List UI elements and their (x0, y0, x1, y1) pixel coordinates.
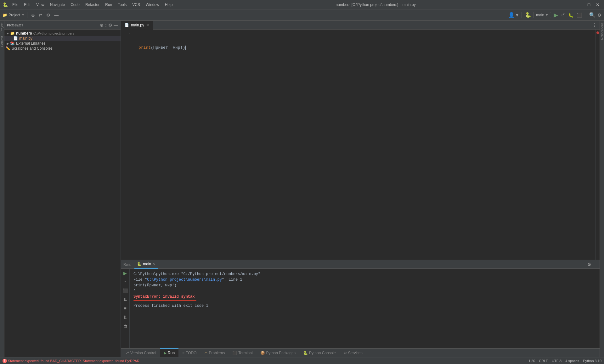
search-button[interactable]: 🔍 (589, 12, 596, 18)
tab-close-button[interactable]: ✕ (146, 23, 149, 27)
line-numbers: 1 (121, 30, 133, 260)
problems-label: Problems (209, 351, 225, 355)
activity-commit[interactable]: Commit (0, 34, 4, 49)
close-button[interactable]: ✕ (594, 2, 601, 8)
status-line-ending[interactable]: CRLF (539, 359, 548, 363)
tree-item-numbers[interactable]: ▼ 📁 numbers C:\Python project\numbers (4, 31, 121, 36)
run-sort-button[interactable]: ⇅ (123, 314, 128, 320)
status-encoding[interactable]: UTF-8 (552, 359, 562, 363)
run-command-line: C:\Python\python.exe "C:/Python project/… (133, 271, 596, 277)
scratch-icon: ✏️ (6, 46, 10, 51)
expand-arrow-numbers: ▼ (6, 32, 10, 35)
status-indent[interactable]: 4 spaces (565, 359, 579, 363)
run-code-echo: print(Привет, мир!) (133, 283, 596, 288)
run-button[interactable]: ▶ (553, 11, 559, 19)
run-play-button[interactable]: ▶ (123, 270, 127, 276)
run-trash-button[interactable]: 🗑 (122, 323, 128, 329)
menu-edit[interactable]: Edit (21, 2, 33, 8)
text-cursor (185, 46, 186, 50)
menu-code[interactable]: Code (68, 2, 82, 8)
right-gutter: Notifications (600, 21, 604, 357)
menu-view[interactable]: View (34, 2, 47, 8)
sidebar-sync-button[interactable]: ↕ (105, 23, 107, 28)
tree-item-scratches[interactable]: ✏️ Scratches and Consoles (4, 46, 121, 51)
tab-todo[interactable]: ≡ TODO (178, 348, 200, 357)
tab-python-console[interactable]: 🐍 Python Console (299, 348, 340, 357)
menu-refactor[interactable]: Refactor (83, 2, 102, 8)
run-settings-button[interactable]: ⚙ (587, 262, 591, 267)
notifications-label[interactable]: Notifications (600, 21, 604, 41)
chevron-down-icon-2: ▼ (545, 14, 548, 17)
menu-vcs[interactable]: VCS (130, 2, 143, 8)
sidebar-collapse-button[interactable]: — (114, 23, 118, 28)
settings-button[interactable]: ⚙ (597, 13, 601, 18)
folder-icon: 📁 (3, 13, 7, 17)
menu-tools[interactable]: Tools (115, 2, 129, 8)
run-scroll-button[interactable]: ⇊ (123, 296, 128, 303)
tree-item-external-libs[interactable]: ▶ 📚 External Libraries (4, 41, 121, 46)
code-content[interactable]: print(Привет, мир!) (133, 30, 595, 260)
sidebar-actions[interactable]: ⊕ ↕ ⚙ — (100, 23, 118, 28)
main-toolbar: 📁 Project ▼ ⊕ ⇄ ⚙ — 👤 ▾ 🐍 main ▼ ▶ ↺ 🐛 ⬛… (0, 9, 604, 21)
status-python-version[interactable]: Python 3.10 (583, 359, 601, 363)
sidebar-add-button[interactable]: ⊕ (100, 23, 104, 28)
sync-button[interactable]: ⇄ (37, 12, 44, 18)
run-list-button[interactable]: ≡ (123, 305, 127, 312)
menu-help[interactable]: Help (162, 2, 175, 8)
python-console-label: Python Console (309, 351, 336, 355)
window-title: numbers [C:\Python project\numbers] – ma… (175, 3, 576, 7)
run-panel-actions[interactable]: ⚙ — (587, 262, 597, 267)
menu-navigate[interactable]: Navigate (48, 2, 67, 8)
debug-button[interactable]: 🐛 (567, 12, 574, 18)
window-controls[interactable]: ─ □ ✕ (576, 2, 601, 8)
menu-run[interactable]: Run (103, 2, 115, 8)
run-file-link[interactable]: C:\Python project\numbers\main.py (147, 278, 222, 282)
run-label-tab: Run (168, 351, 175, 355)
error-icon: ! (3, 359, 7, 363)
activity-project[interactable]: Project (0, 21, 4, 34)
run-controls: 👤 ▾ 🐍 main ▼ ▶ ↺ 🐛 ⬛ 🔍 ⚙ (508, 11, 601, 19)
restore-button[interactable]: □ (585, 2, 593, 8)
tab-services[interactable]: ⚙ Services (340, 348, 366, 357)
tree-item-mainpy[interactable]: 📄 main.py (4, 36, 121, 41)
tab-label: main.py (131, 23, 144, 27)
run-tab-bar: Run: 🐍 main ✕ ⚙ — (121, 260, 600, 269)
tab-run[interactable]: ▶ Run (160, 348, 178, 357)
vcs-label: Version Control (130, 351, 156, 355)
sidebar-settings-button[interactable]: ⚙ (108, 23, 112, 28)
stop-button[interactable]: ⬛ (576, 12, 583, 18)
menu-window[interactable]: Window (143, 2, 162, 8)
run-tab-close[interactable]: ✕ (152, 262, 155, 266)
add-module-button[interactable]: ⊕ (30, 12, 36, 18)
run-config-selector[interactable]: main ▼ (533, 12, 551, 18)
run-tab-label: main (143, 262, 151, 266)
rerun-button[interactable]: ↺ (561, 12, 566, 18)
collapse-button[interactable]: — (53, 12, 60, 18)
run-minimize-button[interactable]: — (593, 262, 597, 267)
tab-terminal[interactable]: ⬛ Terminal (229, 348, 256, 357)
status-error-text: Statement expected, found BAD_CHARACTER.… (8, 359, 140, 363)
gear-button[interactable]: ⚙ (45, 12, 52, 18)
run-tab-main[interactable]: 🐍 main ✕ (134, 260, 158, 269)
tab-mainpy[interactable]: 📄 main.py ✕ (121, 21, 153, 30)
menu-file[interactable]: File (10, 2, 21, 8)
tab-more-button[interactable]: ⋮ (590, 22, 600, 28)
run-file-ref-line: File "C:\Python project\numbers\main.py"… (133, 277, 596, 283)
status-position[interactable]: 1:20 (528, 359, 535, 363)
status-error-section[interactable]: ! Statement expected, found BAD_CHARACTE… (3, 359, 140, 363)
minimize-button[interactable]: ─ (576, 2, 584, 8)
tab-python-packages[interactable]: 📦 Python Packages (257, 348, 299, 357)
activity-bar: Project Commit (0, 21, 4, 357)
terminal-icon: ⬛ (232, 351, 237, 355)
tab-version-control[interactable]: ⎇ Version Control (121, 348, 160, 357)
menu-bar[interactable]: File Edit View Navigate Code Refactor Ru… (10, 2, 175, 8)
tab-problems[interactable]: ⚠ Problems (200, 348, 229, 357)
tab-file-icon: 📄 (125, 23, 129, 27)
run-stop-button[interactable]: ⬛ (122, 288, 128, 294)
chevron-down-icon[interactable]: ▼ (21, 13, 25, 17)
run-file-suffix: ", line 1 (222, 278, 242, 282)
expand-arrow-extlibs: ▶ (6, 42, 10, 45)
run-rerun-button[interactable]: ↑ (123, 279, 127, 285)
run-label: Run: (123, 262, 131, 266)
user-icon-button[interactable]: 👤 ▾ (508, 12, 518, 18)
